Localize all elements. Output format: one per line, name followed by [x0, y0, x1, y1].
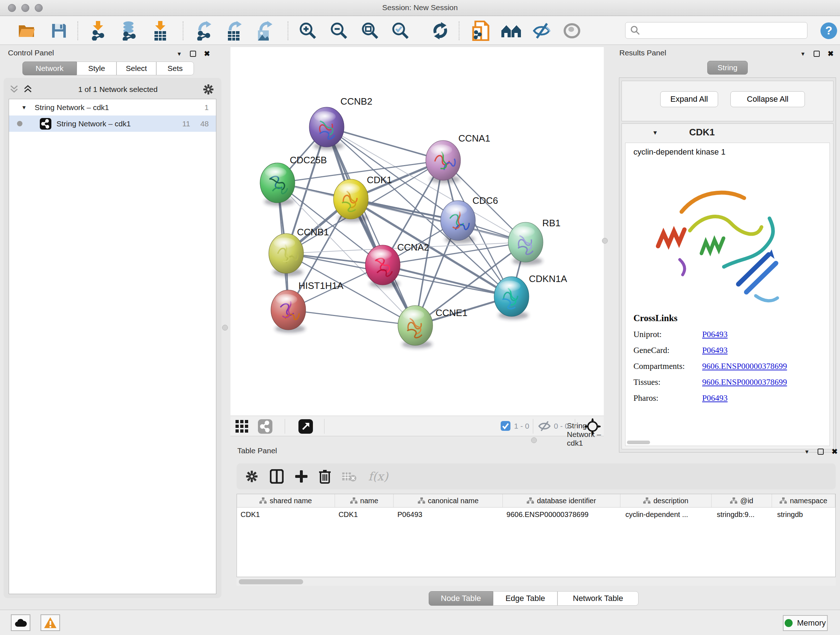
- crosslink-label: Pharos:: [633, 394, 702, 403]
- show-columns-icon[interactable]: [270, 469, 284, 484]
- results-panel-float-icon[interactable]: [813, 51, 820, 57]
- import-string-network-icon[interactable]: [470, 21, 491, 41]
- left-splitter-handle[interactable]: [222, 325, 228, 331]
- crosslink-link[interactable]: 9606.ENSP00000378699: [702, 378, 787, 387]
- tab-style[interactable]: Style: [77, 62, 117, 75]
- create-column-plus-icon[interactable]: [295, 470, 308, 483]
- network-view-toolbar: String Network – cdk1 1 - 0 0 - 0: [231, 416, 604, 436]
- network-options-gear-icon[interactable]: [202, 84, 214, 95]
- import-network-file-icon[interactable]: [88, 21, 109, 41]
- node-HIST1H1A[interactable]: [271, 290, 306, 333]
- tab-string[interactable]: String: [707, 61, 748, 74]
- function-builder-icon[interactable]: f(x): [368, 470, 388, 483]
- right-splitter-handle[interactable]: [602, 238, 608, 244]
- share-network-icon[interactable]: [258, 419, 272, 435]
- column-header-description[interactable]: description: [621, 494, 712, 507]
- network-tree: ▼ String Network – cdk1 1 String Network…: [9, 99, 216, 594]
- column-header-shared-name[interactable]: shared name: [237, 494, 335, 507]
- table-options-gear-icon[interactable]: [245, 470, 258, 483]
- zoom-in-icon[interactable]: [297, 21, 318, 41]
- node-CCNA2[interactable]: [365, 245, 400, 288]
- zoom-fit-icon[interactable]: [360, 21, 381, 41]
- cell: cyclin-dependent ...: [621, 508, 712, 521]
- collapse-all-button[interactable]: Collapse All: [730, 91, 805, 107]
- tab-edge-table[interactable]: Edge Table: [493, 591, 557, 606]
- node-CCNE1[interactable]: [398, 306, 433, 348]
- hidden-eye-icon[interactable]: [538, 421, 551, 433]
- export-image-icon[interactable]: [254, 21, 275, 41]
- expand-all-tree-icon[interactable]: [22, 84, 33, 95]
- table-panel-float-icon[interactable]: [818, 448, 824, 455]
- node-RB1[interactable]: [508, 222, 543, 265]
- export-network-icon[interactable]: [194, 21, 215, 41]
- expand-all-button[interactable]: Expand All: [660, 91, 718, 107]
- node-CDKN1A[interactable]: [494, 277, 529, 319]
- crosslink-link[interactable]: P06493: [702, 346, 728, 355]
- column-header--id[interactable]: @id: [712, 494, 772, 507]
- collapse-all-icon[interactable]: [9, 84, 19, 95]
- table-row[interactable]: CDK1CDK1P064939606.ENSP00000378699cyclin…: [237, 508, 835, 521]
- warnings-button[interactable]: [41, 614, 60, 631]
- edge-CCNB2-CCNE1[interactable]: [327, 127, 415, 325]
- control-panel-collapse-icon[interactable]: ▼: [177, 51, 182, 57]
- table-hscrollbar-thumb[interactable]: [239, 579, 303, 584]
- network-row[interactable]: String Network – cdk1 11 48: [9, 116, 216, 132]
- zoom-out-icon[interactable]: [328, 21, 349, 41]
- fit-crosshair-icon[interactable]: [584, 418, 601, 436]
- table-toolbar: f(x): [237, 463, 836, 489]
- show-all-eye-icon[interactable]: [561, 21, 583, 41]
- column-header-database-identifier[interactable]: database identifier: [503, 494, 621, 507]
- control-panel-float-icon[interactable]: [190, 51, 196, 57]
- apply-layout-icon[interactable]: [430, 21, 451, 41]
- tab-network[interactable]: Network: [22, 62, 77, 75]
- table-panel: Table Panel ▼ ✖ f(x) shared namenamecano…: [231, 443, 840, 610]
- crosslink-link[interactable]: P06493: [702, 330, 728, 339]
- export-view-icon[interactable]: [298, 419, 313, 435]
- memory-button[interactable]: Memory: [783, 615, 828, 631]
- cloud-status-button[interactable]: [11, 614, 30, 631]
- network-canvas[interactable]: CCNB2CCNA1CDC25BCDK1CDC6RB1CCNB1CCNA2CDK…: [231, 47, 604, 416]
- tab-node-table[interactable]: Node Table: [429, 591, 493, 606]
- column-header-canonical-name[interactable]: canonical name: [393, 494, 503, 507]
- crosslinks-heading: CrossLinks: [633, 313, 821, 323]
- zoom-selected-icon[interactable]: [390, 21, 411, 41]
- crosslink-link[interactable]: 9606.ENSP00000378699: [702, 362, 787, 371]
- selected-checkbox-icon[interactable]: [501, 421, 510, 432]
- birdseye-grid-icon[interactable]: [235, 420, 248, 434]
- node-CDK1[interactable]: [333, 179, 368, 222]
- import-network-database-icon[interactable]: [118, 21, 139, 41]
- edge-HIST1H1A-CCNE1[interactable]: [288, 310, 415, 325]
- node-CDC25B[interactable]: [260, 163, 295, 206]
- save-session-icon[interactable]: [49, 21, 69, 41]
- delete-table-icon[interactable]: [342, 471, 357, 482]
- gene-collapse-icon[interactable]: ▼: [652, 130, 658, 136]
- export-table-icon[interactable]: [224, 21, 245, 41]
- node-label-CDKN1A: CDKN1A: [529, 273, 567, 284]
- column-header-namespace[interactable]: namespace: [772, 494, 835, 507]
- cybrowser-home-icon[interactable]: [501, 21, 522, 41]
- tab-sets[interactable]: Sets: [156, 62, 194, 75]
- column-header-name[interactable]: name: [335, 494, 394, 507]
- table-panel-collapse-icon[interactable]: ▼: [804, 448, 810, 455]
- control-panel-close-icon[interactable]: ✖: [204, 49, 210, 58]
- node-CCNA1[interactable]: [426, 141, 461, 183]
- node-label-CDC25B: CDC25B: [290, 155, 327, 165]
- help-icon[interactable]: ?: [818, 21, 839, 41]
- crosslink-link[interactable]: P06493: [702, 394, 728, 403]
- network-collection-row[interactable]: ▼ String Network – cdk1 1: [9, 99, 216, 116]
- open-session-icon[interactable]: [16, 21, 37, 41]
- toolbar-search-field[interactable]: [625, 22, 807, 39]
- results-panel-close-icon[interactable]: ✖: [828, 49, 834, 58]
- tab-network-table[interactable]: Network Table: [557, 591, 638, 606]
- node-label-HIST1H1A: HIST1H1A: [298, 280, 344, 291]
- hide-selected-eye-icon[interactable]: [531, 21, 552, 41]
- tab-select[interactable]: Select: [117, 62, 156, 75]
- delete-column-trash-icon[interactable]: [319, 469, 331, 484]
- import-table-file-icon[interactable]: [150, 21, 171, 41]
- results-panel-collapse-icon[interactable]: ▼: [800, 51, 806, 57]
- tree-expander-icon[interactable]: ▼: [21, 104, 27, 111]
- table-panel-close-icon[interactable]: ✖: [832, 447, 838, 456]
- node-CCNB2[interactable]: [309, 107, 344, 150]
- bottom-splitter-handle[interactable]: [531, 437, 537, 443]
- node-CCNB1[interactable]: [269, 233, 303, 276]
